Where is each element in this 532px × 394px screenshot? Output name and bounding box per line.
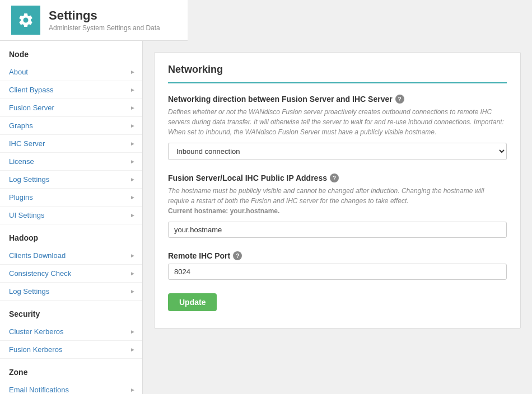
sidebar-item-clients-download[interactable]: Clients Download ► (0, 247, 142, 265)
chevron-right-icon: ► (130, 270, 136, 276)
sidebar-item-fusion-kerberos[interactable]: Fusion Kerberos ► (0, 341, 142, 359)
chevron-right-icon: ► (130, 176, 136, 182)
sidebar-item-client-bypass[interactable]: Client Bypass ► (0, 81, 142, 99)
sidebar-item-graphs[interactable]: Graphs ► (0, 117, 142, 135)
sidebar-item-log-settings-node[interactable]: Log Settings ► (0, 171, 142, 189)
sidebar-item-cluster-kerberos[interactable]: Cluster Kerberos ► (0, 323, 142, 341)
remote-port-input[interactable] (168, 264, 507, 280)
main-content: Networking Networking direction between … (143, 41, 532, 394)
section2-title: Fusion Server/Local IHC Public IP Addres… (168, 173, 507, 182)
app-subtitle: Administer System Settings and Data (49, 24, 160, 32)
chevron-right-icon: ► (130, 158, 136, 165)
remote-port-section: Remote IHC Port ? (168, 251, 507, 280)
networking-direction-select[interactable]: Inbound connection Outbound connection (168, 143, 507, 160)
hostname-input[interactable] (168, 222, 507, 238)
sidebar-item-plugins[interactable]: Plugins ► (0, 189, 142, 207)
header-text: Settings Administer System Settings and … (49, 8, 160, 32)
sidebar-item-ihc-server[interactable]: IHC Server ► (0, 135, 142, 153)
help-icon-3[interactable]: ? (233, 251, 242, 260)
sidebar: Node About ► Client Bypass ► Fusion Serv… (0, 41, 143, 394)
help-icon[interactable]: ? (395, 95, 404, 104)
chevron-right-icon: ► (130, 194, 136, 200)
chevron-right-icon: ► (130, 252, 136, 259)
chevron-right-icon: ► (130, 105, 136, 111)
section2-description: The hostname must be publicly visible an… (168, 186, 507, 216)
app-title: Settings (49, 8, 160, 23)
main-layout: Node About ► Client Bypass ► Fusion Serv… (0, 41, 532, 394)
chevron-right-icon: ► (130, 387, 136, 393)
section-security: Security (0, 301, 142, 323)
chevron-right-icon: ► (130, 140, 136, 147)
chevron-right-icon: ► (130, 123, 136, 129)
sidebar-item-email-notifications[interactable]: Email Notifications ► (0, 381, 142, 394)
update-button[interactable]: Update (168, 293, 217, 311)
chevron-right-icon: ► (130, 329, 136, 335)
sidebar-item-consistency-check[interactable]: Consistency Check ► (0, 265, 142, 283)
ip-address-section: Fusion Server/Local IHC Public IP Addres… (168, 173, 507, 238)
networking-direction-section: Networking direction between Fusion Serv… (168, 95, 507, 160)
section1-title: Networking direction between Fusion Serv… (168, 95, 507, 104)
sidebar-item-ui-settings[interactable]: UI Settings ► (0, 207, 142, 224)
app-header: Settings Administer System Settings and … (0, 0, 188, 41)
chevron-right-icon: ► (130, 87, 136, 93)
app-icon (11, 6, 40, 35)
section-node: Node (0, 41, 142, 63)
sidebar-item-license[interactable]: License ► (0, 153, 142, 171)
section3-title: Remote IHC Port ? (168, 251, 507, 260)
content-panel: Networking Networking direction between … (154, 52, 521, 329)
sidebar-item-about[interactable]: About ► (0, 63, 142, 81)
panel-title: Networking (168, 64, 507, 83)
section1-description: Defines whether or not the WANdisco Fusi… (168, 107, 507, 137)
help-icon-2[interactable]: ? (330, 173, 339, 182)
chevron-right-icon: ► (130, 69, 136, 75)
section-zone: Zone (0, 359, 142, 381)
sidebar-item-log-settings-hadoop[interactable]: Log Settings ► (0, 283, 142, 301)
chevron-right-icon: ► (130, 212, 136, 218)
section-hadoop: Hadoop (0, 224, 142, 247)
chevron-right-icon: ► (130, 346, 136, 353)
current-hostname-label: Current hostname: your.hostname. (168, 207, 279, 215)
sidebar-item-fusion-server[interactable]: Fusion Server ► (0, 99, 142, 117)
chevron-right-icon: ► (130, 288, 136, 294)
